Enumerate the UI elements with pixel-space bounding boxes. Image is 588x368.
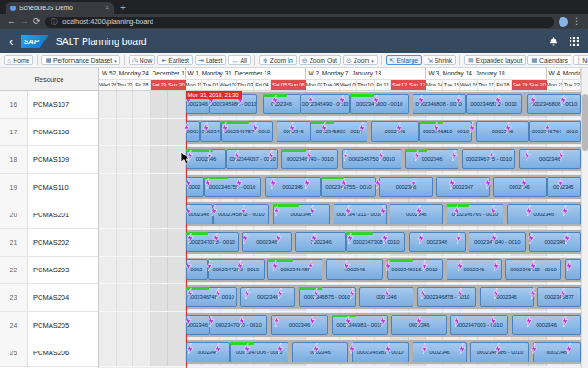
- gantt-bar[interactable]: 0002346755 - 0010: [321, 177, 376, 197]
- gantt-bar[interactable]: 0002346: [295, 232, 346, 252]
- notifications-bell-icon[interactable]: [548, 37, 559, 47]
- toolbar-button-home[interactable]: ⌂Home: [4, 55, 33, 65]
- gantt-bar[interactable]: 0002346764 - 0010: [529, 121, 581, 142]
- toolbar-button-label: Zoom: [354, 57, 369, 63]
- day-grid-cell: [117, 201, 134, 228]
- lightning-bolt-icon: [415, 314, 423, 325]
- toolbar-button-zoom-out[interactable]: ⊖Zoom Out: [299, 55, 341, 65]
- lightning-bolt-icon: [208, 314, 215, 325]
- lightning-bolt-icon: [243, 341, 251, 352]
- gantt-bar[interactable]: 0002346: [292, 342, 349, 362]
- toolbar-button-all[interactable]: ↔All: [228, 55, 251, 65]
- gantt-bar[interactable]: 0002346750 - 0010: [342, 149, 402, 169]
- toolbar-button-zoom-in[interactable]: ⊕Zoom In: [259, 55, 297, 65]
- site-info-icon[interactable]: ⓘ: [51, 17, 58, 27]
- browser-menu-icon[interactable]: ⋮: [572, 17, 581, 26]
- gantt-bar[interactable]: 0002346983 - 0010: [352, 342, 409, 362]
- lightning-bolt-icon: [419, 286, 426, 297]
- day-header-cell: Thu 17: [478, 80, 495, 90]
- toolbar-button-enlarge[interactable]: ⇱Enlarge: [386, 55, 422, 65]
- day-grid-cell: [99, 284, 117, 311]
- resource-row-name: PCMAS110: [28, 174, 98, 201]
- toolbar-button-performance-dataset[interactable]: ▦Performance Dataset▾: [41, 55, 119, 65]
- lightning-bolt-icon: [561, 203, 569, 214]
- resource-row[interactable]: 25PCMAS206: [0, 339, 98, 367]
- day-grid-cell: [99, 174, 117, 201]
- scrollbar-thumb[interactable]: [582, 94, 588, 151]
- gantt-bar[interactable]: 0002346757 - 0010: [221, 121, 273, 142]
- lightning-bolt-icon: [204, 176, 211, 187]
- gantt-bar[interactable]: 0002346: [326, 259, 383, 280]
- lightning-bolt-icon: [415, 203, 423, 214]
- day-grid-cell: [99, 91, 117, 118]
- resource-row[interactable]: 17PCMAS108: [0, 119, 98, 146]
- resource-row-name: PCMAS107: [28, 91, 98, 118]
- day-grid-cell: [168, 312, 186, 339]
- toolbar-button-latest[interactable]: ⇥Latest: [195, 55, 226, 65]
- gantt-bar[interactable]: 0002346: [379, 177, 433, 197]
- lightning-bolt-icon: [557, 176, 564, 187]
- week-header-cell: W 2, Monday 7. January 18: [306, 68, 426, 79]
- gantt-bar[interactable]: 0002346: [507, 204, 581, 224]
- resource-row[interactable]: 23PCMAS204: [0, 284, 98, 312]
- gantt-bar[interactable]: 0002346: [273, 204, 330, 224]
- gantt-bar[interactable]: 0002346: [480, 287, 535, 307]
- vertical-scrollbar[interactable]: [581, 68, 588, 368]
- gantt-bar[interactable]: 0002346810 - 0010: [419, 121, 472, 142]
- lightning-bolt-icon: [269, 176, 277, 187]
- lightning-bolt-icon: [185, 259, 192, 270]
- tab-close-icon[interactable]: ×: [105, 4, 109, 12]
- toolbar-button-calendars[interactable]: ▦Calendars: [527, 55, 571, 65]
- toolbar-button-shrink[interactable]: ⇲Shrink: [424, 55, 456, 65]
- gantt-bar[interactable]: 0002346: [242, 232, 291, 252]
- new-tab-button[interactable]: +: [114, 2, 132, 14]
- gantt-bar[interactable]: 0002346759 - 0010: [204, 177, 261, 197]
- app-back-button[interactable]: ‹: [9, 35, 14, 48]
- day-grid-cell: [168, 284, 186, 311]
- reload-icon[interactable]: ⟳: [33, 17, 40, 26]
- gantt-bar[interactable]: 0002346: [512, 315, 581, 335]
- resource-row[interactable]: 24PCMAS205: [0, 312, 98, 339]
- lightning-bolt-icon: [457, 286, 464, 297]
- gantt-bar[interactable]: 0002346: [529, 232, 581, 252]
- resource-row[interactable]: 16PCMAS107: [0, 91, 98, 119]
- day-grid-cell: [151, 257, 168, 283]
- lightning-bolt-icon: [492, 259, 500, 270]
- lightning-bolt-icon: [275, 231, 282, 242]
- gantt-bar[interactable]: 0002347308 - 0010: [346, 232, 405, 252]
- toolbar-button-now-line[interactable]: │Now Line: [573, 55, 588, 65]
- calendars-icon: ▦: [531, 57, 537, 63]
- app-grid-icon[interactable]: [570, 37, 579, 46]
- forward-icon[interactable]: →: [20, 17, 28, 26]
- browser-tab[interactable]: ScheduleJS Demo ×: [6, 2, 114, 14]
- toolbar: ⌂Home▦Performance Dataset▾◷Now⇤Earliest⇥…: [0, 53, 588, 68]
- toolbar-button-expanded-layout[interactable]: ▤Expanded layout: [464, 55, 526, 65]
- lightning-bolt-icon: [183, 121, 190, 132]
- toolbar-button-earliest[interactable]: ⇤Earliest: [157, 55, 193, 65]
- lightning-bolt-icon: [267, 148, 275, 159]
- resource-row[interactable]: 19PCMAS110: [0, 174, 98, 201]
- resource-row[interactable]: 18PCMAS109: [0, 146, 98, 174]
- lightning-bolt-icon: [206, 259, 213, 270]
- lightning-bolt-icon: [348, 286, 356, 297]
- toolbar-button-zoom[interactable]: ⊙Zoom▾: [343, 55, 378, 65]
- back-icon[interactable]: ←: [7, 17, 16, 26]
- day-header-cell: Sat 12: [391, 80, 409, 90]
- gantt-bar[interactable]: 0002346875 - 0010: [299, 287, 356, 307]
- profile-avatar[interactable]: [559, 17, 568, 27]
- resource-row[interactable]: 22PCMAS203: [0, 257, 98, 284]
- address-bar[interactable]: ⓘ localhost:4200/planning-board: [45, 17, 554, 28]
- resource-row[interactable]: 21PCMAS202: [0, 229, 98, 257]
- day-header-cell: Tue 08: [322, 80, 340, 90]
- gantt-bar[interactable]: 0002346916 - 0010: [387, 259, 444, 280]
- week-header-cell: W 3, Monday 14. January 18: [426, 68, 547, 79]
- lightning-bolt-icon: [527, 231, 535, 242]
- gantt-bar[interactable]: 0002346: [263, 94, 300, 114]
- gantt-bar[interactable]: 0002346: [476, 121, 529, 142]
- home-icon: ⌂: [7, 57, 11, 63]
- gantt-bar[interactable]: 0002347: [436, 177, 490, 197]
- gantt-bar[interactable]: 0002346: [533, 342, 581, 362]
- day-grid-cell: [117, 119, 134, 145]
- toolbar-button-now[interactable]: ◷Now: [129, 55, 156, 65]
- resource-row[interactable]: 20PCMAS201: [0, 201, 98, 229]
